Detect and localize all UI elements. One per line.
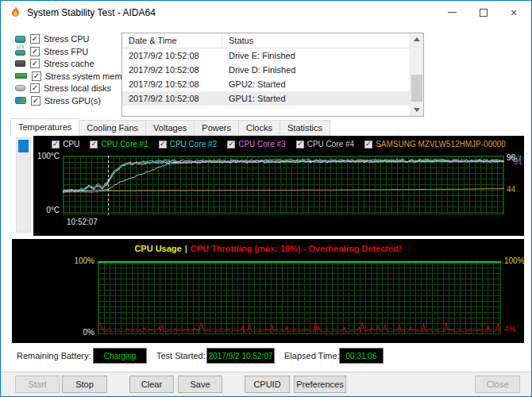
cell-datetime: 2017/9/2 10:52:08 xyxy=(122,51,222,60)
preferences-button[interactable]: Preferences xyxy=(294,376,346,393)
temp-y-min-label: 0°C xyxy=(33,206,60,214)
usage-y-max-left: 100% xyxy=(58,256,94,265)
minimize-button[interactable] xyxy=(436,1,468,24)
stress-option-gpu[interactable]: Stress GPU(s) xyxy=(15,95,101,106)
memory-icon xyxy=(15,73,27,79)
test-started-label: Test Started: xyxy=(156,351,206,360)
cell-status: GPU2: Started xyxy=(222,79,410,89)
minimize-icon xyxy=(448,12,457,13)
stop-button[interactable]: Stop xyxy=(62,376,107,393)
legend-item-ssd[interactable]: SAMSUNG MZVLW512HMJP-00000 xyxy=(364,140,506,148)
legend-item-cpu-core-3[interactable]: CPU Core #3 xyxy=(227,140,285,148)
stress-option-cache[interactable]: Stress cache xyxy=(15,58,94,69)
tab-powers[interactable]: Powers xyxy=(194,120,239,136)
tab-clocks[interactable]: Clocks xyxy=(238,120,280,136)
table-row[interactable]: 2017/9/2 10:52:08 Drive E: Finished xyxy=(122,48,410,63)
cpuid-button[interactable]: CPUID xyxy=(245,376,290,393)
legend-item-cpu-core-4[interactable]: CPU Core #4 xyxy=(296,140,354,148)
gpu-icon xyxy=(15,97,26,104)
stress-cpu-checkbox[interactable] xyxy=(30,34,40,44)
title-separator: | xyxy=(182,244,191,253)
tab-temperatures[interactable]: Temperatures xyxy=(10,118,79,136)
start-button[interactable]: Start xyxy=(15,376,60,393)
tab-cooling-fans[interactable]: Cooling Fans xyxy=(79,120,146,136)
ssd-current-value: 44 xyxy=(507,185,515,194)
elapsed-time-value: 00:31:06 xyxy=(339,348,384,364)
battery-label: Remaining Battery: xyxy=(17,351,91,360)
test-started-value: 2017/9/2 10:52:07 xyxy=(206,348,275,364)
throttle-current-value: 4% xyxy=(504,325,515,333)
table-row[interactable]: 2017/9/2 10:52:08 GPU2: Started xyxy=(122,77,410,91)
maximize-icon xyxy=(480,9,488,17)
tab-statistics[interactable]: Statistics xyxy=(279,120,330,136)
cpu-icon xyxy=(15,36,25,43)
legend-label: CPU xyxy=(63,140,79,148)
legend-label: CPU Core #2 xyxy=(170,140,217,148)
charts-scrollbar-thumb[interactable] xyxy=(18,140,29,152)
temp-current-value: 91 xyxy=(514,157,522,166)
stress-disks-checkbox[interactable] xyxy=(30,83,40,93)
close-dialog-button[interactable]: Close xyxy=(475,376,520,393)
title-bar: System Stability Test - AIDA64 × xyxy=(1,1,531,25)
cpu-usage-chart-panel: CPU Usage|CPU Throttling (max: 19%) - Ov… xyxy=(12,239,524,343)
table-row[interactable]: 2017/9/2 10:52:08 Drive D: Finished xyxy=(122,63,410,77)
legend-checkbox[interactable] xyxy=(52,141,60,148)
cell-status: Drive E: Finished xyxy=(222,51,410,60)
close-button[interactable]: × xyxy=(498,1,530,24)
stress-gpu-checkbox[interactable] xyxy=(31,96,40,106)
legend-checkbox[interactable] xyxy=(227,141,235,148)
cell-datetime: 2017/9/2 10:52:08 xyxy=(122,79,222,89)
legend-checkbox[interactable] xyxy=(90,141,98,148)
stress-option-memory[interactable]: Stress system memory xyxy=(15,71,134,82)
cell-status: GPU1: Started xyxy=(222,94,410,103)
window-title: System Stability Test - AIDA64 xyxy=(27,7,156,18)
battery-value: Charging xyxy=(93,348,147,364)
flame-icon xyxy=(9,6,22,19)
scroll-down-icon[interactable] xyxy=(414,108,420,112)
table-row-selected[interactable]: 2017/9/2 10:52:08 GPU1: Started xyxy=(122,91,410,106)
cache-icon xyxy=(15,60,25,67)
app-window: System Stability Test - AIDA64 × Stress … xyxy=(0,0,532,397)
legend-item-cpu[interactable]: CPU xyxy=(52,140,79,148)
overheating-warning: CPU Throttling (max: 19%) - Overheating … xyxy=(191,244,402,253)
stress-option-disks[interactable]: Stress local disks xyxy=(15,83,111,94)
legend-item-cpu-core-2[interactable]: CPU Core #2 xyxy=(159,140,217,148)
disk-icon xyxy=(15,85,25,91)
stress-option-fpu[interactable]: Stress FPU xyxy=(15,46,88,57)
tab-voltages[interactable]: Voltages xyxy=(145,120,195,136)
save-button[interactable]: Save xyxy=(178,376,222,393)
legend-checkbox[interactable] xyxy=(296,141,304,148)
stress-memory-checkbox[interactable] xyxy=(32,71,41,81)
temperature-chart-panel: CPU CPU Core #1 CPU Core #2 CPU Core #3 … xyxy=(33,136,524,236)
maximize-button[interactable] xyxy=(468,1,499,24)
stress-cache-label: Stress cache xyxy=(44,59,94,68)
temp-x-start-label: 10:52:07 xyxy=(67,218,98,226)
table-scrollbar[interactable] xyxy=(410,33,423,116)
clear-button[interactable]: Clear xyxy=(129,376,174,393)
usage-y-min-left: 0% xyxy=(58,328,94,337)
cell-status: Drive D: Finished xyxy=(222,65,410,75)
chart-tabs: Temperatures Cooling Fans Voltages Power… xyxy=(11,118,330,136)
stress-fpu-label: Stress FPU xyxy=(44,47,88,56)
scroll-up-icon[interactable] xyxy=(414,37,420,41)
elapsed-time-label: Elapsed Time: xyxy=(284,351,340,360)
event-log-table: Date & Time Status 2017/9/2 10:52:08 Dri… xyxy=(121,33,424,117)
legend-checkbox[interactable] xyxy=(364,141,372,148)
stress-fpu-checkbox[interactable] xyxy=(30,47,40,56)
column-header-status[interactable]: Status xyxy=(222,36,423,45)
legend-label: SAMSUNG MZVLW512HMJP-00000 xyxy=(376,140,506,148)
stress-cache-checkbox[interactable] xyxy=(30,59,40,68)
legend-item-cpu-core-1[interactable]: CPU Core #1 xyxy=(90,140,148,148)
stress-option-cpu[interactable]: Stress CPU xyxy=(15,33,89,44)
legend-label: CPU Core #1 xyxy=(101,140,148,148)
temperature-plot xyxy=(63,156,504,214)
fpu-icon xyxy=(15,50,25,56)
close-icon: × xyxy=(511,6,517,19)
temp-y-max-label: 100°C xyxy=(33,152,60,160)
scrollbar-thumb[interactable] xyxy=(411,75,422,102)
legend-checkbox[interactable] xyxy=(159,141,167,148)
charts-scrollbar[interactable] xyxy=(16,137,31,233)
cell-datetime: 2017/9/2 10:52:08 xyxy=(122,94,222,103)
test-start-marker xyxy=(108,156,109,214)
column-header-datetime[interactable]: Date & Time xyxy=(122,33,222,48)
